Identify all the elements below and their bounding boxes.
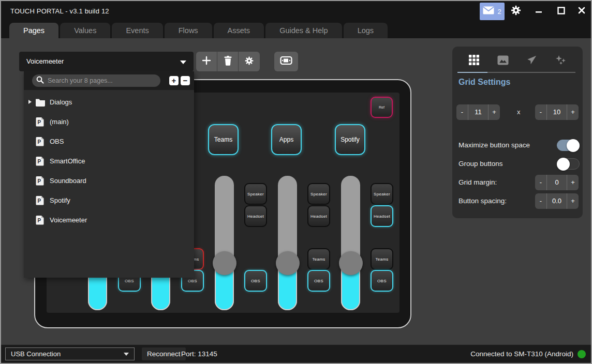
maximize-button[interactable] [555, 5, 567, 18]
page-selector-dropdown[interactable]: Voicemeeter [19, 52, 194, 71]
decrement-button[interactable]: - [535, 104, 546, 120]
settings-gear-button[interactable] [510, 5, 522, 18]
grid-dimensions-row: - 11 + x - 10 + [452, 104, 583, 120]
connection-type-dropdown[interactable]: USB Connection [5, 347, 135, 360]
device-button-headset[interactable]: Headset [371, 205, 393, 227]
port-label: Port: 13145 [181, 345, 217, 363]
device-orientation-button[interactable] [274, 52, 298, 71]
tab-effects[interactable] [554, 54, 568, 68]
page-list-item-smartoffice[interactable]: PSmartOffice [24, 151, 194, 171]
device-button-ref[interactable]: Ref [371, 97, 393, 118]
page-settings-button[interactable] [239, 52, 260, 71]
tab-assets[interactable]: Assets [214, 23, 264, 38]
expand-all-button[interactable]: + [169, 76, 179, 85]
settings-tabs [452, 54, 583, 68]
selected-page-label: Voicemeeter [26, 57, 64, 65]
decrement-button[interactable]: - [456, 104, 468, 120]
page-search-bar: + − [24, 71, 194, 90]
add-page-button[interactable] [196, 52, 217, 71]
increment-button[interactable]: + [489, 104, 500, 120]
page-list-item-main[interactable]: P(main) [24, 112, 194, 131]
navigation-arrow-icon [526, 54, 538, 68]
page-list-dropdown-panel: + − DialogsP(main)POBSPSmartOfficePSound… [24, 71, 194, 278]
device-nav-button-apps[interactable]: Apps [271, 124, 302, 155]
main-area: Ref TeamsAppsSpotifyOBSTeamsOBSSpeakerHe… [1, 38, 591, 344]
svg-text:P: P [38, 218, 41, 223]
toggle-label: Group buttons [458, 156, 503, 172]
page-icon: P [35, 117, 50, 127]
device-button-headset[interactable]: Headset [307, 205, 330, 227]
device-button-speaker[interactable]: Speaker [244, 183, 267, 205]
device-button-speaker[interactable]: Speaker [371, 183, 393, 205]
slider-knob[interactable] [339, 251, 363, 275]
page-list: DialogsP(main)POBSPSmartOfficePSoundboar… [24, 90, 194, 278]
gear-icon [510, 5, 522, 18]
search-input[interactable] [48, 77, 146, 84]
connection-type-label: USB Connection [11, 350, 61, 358]
device-button-headset[interactable]: Headset [244, 205, 267, 227]
page-list-item-spotify[interactable]: PSpotify [24, 190, 194, 210]
notifications-button[interactable]: 2 [480, 3, 505, 20]
svg-text:P: P [38, 198, 41, 204]
volume-slider-4[interactable] [278, 176, 297, 310]
page-list-item-voicemeeter[interactable]: PVoicemeeter [24, 210, 194, 230]
toggle-knob [567, 139, 580, 152]
tab-events[interactable]: Events [112, 23, 162, 38]
grid-margin-stepper: - 0 + [535, 175, 579, 190]
tab-navigation[interactable] [525, 54, 539, 68]
device-button-teams[interactable]: Teams [307, 248, 330, 270]
device-button-speaker[interactable]: Speaker [307, 183, 330, 205]
volume-slider-3[interactable] [215, 176, 234, 310]
device-button-teams[interactable]: Teams [371, 248, 393, 270]
page-list-item-soundboard[interactable]: PSoundboard [24, 171, 194, 190]
tab-grid[interactable] [467, 54, 481, 68]
volume-slider-5[interactable] [341, 176, 360, 310]
decrement-button[interactable]: - [535, 175, 546, 190]
increment-button[interactable]: + [567, 193, 579, 209]
search-field[interactable] [32, 74, 160, 87]
collapse-all-button[interactable]: − [181, 76, 190, 85]
tab-values[interactable]: Values [60, 23, 110, 38]
page-icon: P [35, 176, 50, 186]
device-button-obs[interactable]: OBS [307, 270, 330, 292]
tablet-landscape-icon [280, 56, 292, 67]
reconnect-button[interactable]: Reconnect [142, 347, 186, 360]
slider-knob[interactable] [276, 251, 300, 275]
device-nav-button-spotify[interactable]: Spotify [335, 124, 365, 155]
grid-rows-stepper: - 10 + [535, 104, 579, 120]
group-buttons-toggle[interactable] [557, 158, 580, 170]
increment-button[interactable]: + [567, 175, 579, 190]
minimize-button[interactable] [532, 5, 545, 18]
app-window: TOUCH PORTAL - v3.1 build 12 2 PagesValu… [0, 0, 592, 364]
plus-icon [202, 56, 211, 67]
page-list-item-label: Dialogs [50, 98, 72, 106]
page-list-item-dialogs[interactable]: Dialogs [24, 92, 194, 112]
tab-logs[interactable]: Logs [344, 23, 388, 38]
grid-columns-stepper: - 11 + [456, 104, 500, 120]
grid-columns-value: 11 [468, 104, 489, 120]
maximize-button-space-toggle[interactable] [557, 140, 580, 151]
page-list-item-label: Spotify [50, 196, 70, 204]
group-buttons-row: Group buttons [452, 156, 583, 172]
expand-caret-icon[interactable] [28, 99, 35, 104]
close-button[interactable] [575, 5, 588, 18]
slider-knob[interactable] [213, 251, 236, 275]
minimize-icon [535, 7, 542, 16]
tab-background-image[interactable] [496, 54, 510, 68]
page-list-item-obs[interactable]: POBS [24, 131, 194, 151]
chevron-down-icon [180, 60, 186, 64]
device-button-obs[interactable]: OBS [371, 270, 393, 292]
grid-rows-value: 10 [546, 104, 567, 120]
increment-button[interactable]: + [567, 104, 579, 120]
tab-pages[interactable]: Pages [9, 23, 58, 38]
button-spacing-row: Button spacing: - 0.0 + [452, 193, 583, 209]
tab-flows[interactable]: Flows [165, 23, 212, 38]
decrement-button[interactable]: - [535, 193, 546, 209]
delete-page-button[interactable] [217, 52, 239, 71]
device-button-obs[interactable]: OBS [244, 270, 267, 292]
tab-guides-help[interactable]: Guides & Help [265, 23, 342, 38]
page-icon: P [35, 215, 50, 225]
device-nav-button-teams[interactable]: Teams [208, 124, 239, 155]
svg-text:P: P [38, 159, 41, 164]
svg-text:P: P [38, 119, 41, 125]
